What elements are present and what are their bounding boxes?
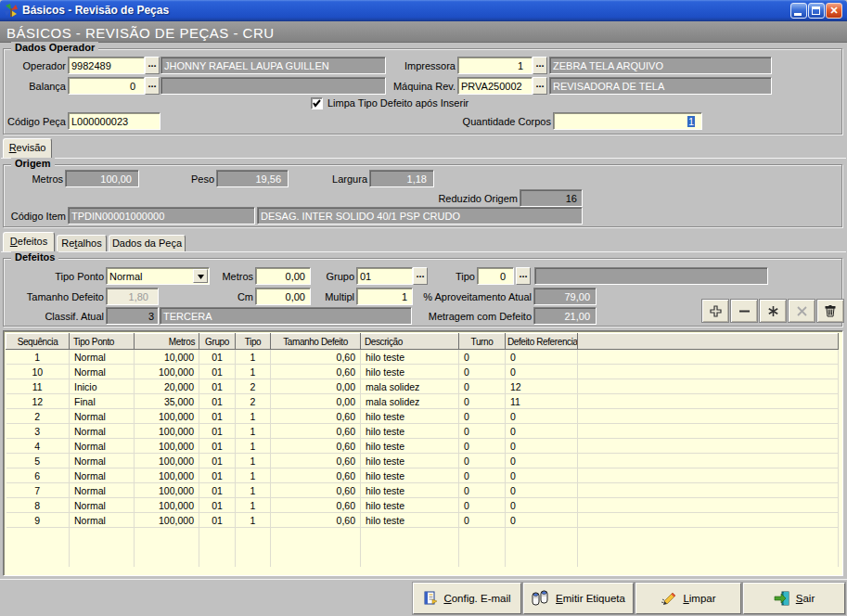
table-row[interactable]: 12Final35,0000120,00mala solidez011 xyxy=(6,394,839,409)
remove-button[interactable] xyxy=(730,299,758,323)
cell-filler xyxy=(578,483,839,498)
cell-empty xyxy=(6,528,70,567)
cell: 0 xyxy=(506,350,578,365)
operador-name-field: JHONNY RAFAEL LAUPA GUILLEN xyxy=(160,57,386,74)
balanca-field[interactable]: 0 xyxy=(68,77,145,95)
x-icon xyxy=(796,305,808,317)
maquina-browse-button[interactable]: ... xyxy=(533,77,547,95)
grupo-field[interactable]: 01 xyxy=(356,267,413,285)
table-row[interactable]: 11Inicio20,0000120,00mala solidez012 xyxy=(6,379,839,394)
cell: 0,60 xyxy=(271,365,361,379)
tab-revisao[interactable]: Revisão xyxy=(3,138,52,159)
edit-button[interactable] xyxy=(759,299,787,323)
cell: Normal xyxy=(70,454,135,468)
tab-retalhos[interactable]: Retalhos xyxy=(57,235,107,252)
table-row[interactable]: 2Normal100,0000110,60hilo teste00 xyxy=(6,409,839,424)
maquina-field[interactable]: PRVA250002 xyxy=(457,77,533,95)
defects-table-body: 1Normal10,0000110,60hilo teste0010Normal… xyxy=(6,350,839,567)
cell: 0 xyxy=(459,498,506,513)
cell: 0 xyxy=(459,439,506,454)
table-row[interactable]: 6Normal100,0000110,60hilo teste00 xyxy=(6,468,839,483)
limpa-tipo-defeito-label[interactable]: Limpa Tipo Defeito após Inserir xyxy=(327,95,468,112)
table-row[interactable]: 3Normal100,0000110,60hilo teste00 xyxy=(6,424,839,439)
col-header[interactable]: Sequência xyxy=(6,334,70,350)
balanca-label: Balança xyxy=(9,78,66,96)
tipo-browse-button[interactable]: ... xyxy=(516,267,531,285)
cm-field[interactable]: 0,00 xyxy=(255,288,311,305)
cell: 01 xyxy=(199,424,236,439)
cell-filler xyxy=(578,439,839,454)
cell: 9 xyxy=(6,513,70,528)
cell: 0,60 xyxy=(271,454,361,468)
table-row[interactable]: 5Normal100,0000110,60hilo teste00 xyxy=(6,454,839,468)
cell: 0,00 xyxy=(271,394,361,409)
operador-code-field[interactable]: 9982489 xyxy=(68,57,145,74)
codigo-item-desc-field: DESAG. INTER SOLIDO 40/1 PSP CRUDO xyxy=(257,207,583,225)
cell: 10,000 xyxy=(135,350,199,365)
combo-dropdown-button[interactable] xyxy=(193,269,208,283)
cell: 1 xyxy=(236,365,271,379)
defeitos-metros-field[interactable]: 0,00 xyxy=(255,267,311,285)
operador-browse-button[interactable]: ... xyxy=(145,57,160,74)
impressora-field[interactable]: 1 xyxy=(457,57,533,74)
table-row[interactable]: 10Normal100,0000110,60hilo teste00 xyxy=(6,365,839,379)
classif-atual-field: 3 xyxy=(106,307,159,325)
cell: 0,60 xyxy=(271,483,361,498)
col-header[interactable]: Tamanho Defeito xyxy=(271,334,361,350)
col-header[interactable]: Metros xyxy=(135,334,199,350)
cell: Final xyxy=(70,394,135,409)
sair-button[interactable]: Sair xyxy=(743,583,845,614)
cell: 01 xyxy=(199,483,236,498)
table-row[interactable]: 9Normal100,0000110,60hilo teste00 xyxy=(6,513,839,528)
close-button[interactable]: ✕ xyxy=(826,3,842,19)
tipo-field[interactable]: 0 xyxy=(477,267,514,285)
codigo-peca-label: Código Peça xyxy=(6,113,66,131)
table-row[interactable]: 4Normal100,0000110,60hilo teste00 xyxy=(6,439,839,454)
cell: 100,000 xyxy=(135,454,199,468)
origem-largura-label: Largura xyxy=(321,171,367,188)
table-row[interactable]: 8Normal100,0000110,60hilo teste00 xyxy=(6,498,839,513)
classif-atual-label: Classif. Atual xyxy=(39,308,104,326)
multipl-field[interactable]: 1 xyxy=(356,288,413,305)
asterisk-icon xyxy=(767,305,779,317)
grupo-browse-button[interactable]: ... xyxy=(413,267,428,285)
col-header[interactable]: Grupo xyxy=(199,334,236,350)
cell: 0 xyxy=(459,394,506,409)
cell: 1 xyxy=(236,424,271,439)
config-email-button[interactable]: Config. E-mail xyxy=(413,583,521,614)
col-header[interactable]: Tipo xyxy=(236,334,271,350)
cell: 1 xyxy=(6,350,70,365)
tab-dados-da-peca-label: Dados da Peça xyxy=(112,237,182,249)
add-button[interactable] xyxy=(701,299,729,323)
col-header[interactable]: Tipo Ponto xyxy=(70,334,135,350)
table-row[interactable]: 1Normal10,0000110,60hilo teste00 xyxy=(6,350,839,365)
limpar-button[interactable]: Limpar xyxy=(635,583,741,614)
tipo-ponto-combo[interactable]: Normal xyxy=(106,267,210,285)
quantidade-corpos-field[interactable]: 1 xyxy=(553,112,702,130)
minimize-button[interactable] xyxy=(790,3,807,19)
col-header[interactable]: Descrição xyxy=(361,334,459,350)
tab-defeitos[interactable]: Defeitos xyxy=(3,232,55,252)
col-header[interactable]: Defeito Referencia xyxy=(506,334,578,350)
metragem-defeito-field: 21,00 xyxy=(533,307,597,325)
balanca-browse-button[interactable]: ... xyxy=(145,77,160,95)
table-row[interactable]: 7Normal100,0000110,60hilo teste00 xyxy=(6,483,839,498)
cell-empty xyxy=(506,528,578,567)
tipo-ponto-label: Tipo Ponto xyxy=(39,268,104,286)
cell-filler xyxy=(578,498,839,513)
limpa-tipo-defeito-checkbox[interactable] xyxy=(311,97,323,109)
delete-button[interactable] xyxy=(816,299,844,323)
impressora-browse-button[interactable]: ... xyxy=(533,57,547,74)
tab-dados-da-peca[interactable]: Dados da Peça xyxy=(109,235,186,252)
col-header[interactable]: Turno xyxy=(459,334,506,350)
origem-legend: Origem xyxy=(11,158,55,169)
defects-table: Sequência Tipo Ponto Metros Grupo Tipo T… xyxy=(6,333,839,567)
cell-filler xyxy=(578,424,839,439)
codigo-peca-field[interactable]: L000000023 xyxy=(68,112,160,130)
cell: Normal xyxy=(70,498,135,513)
title-bar: Básicos - Revisão de Peças ✕ xyxy=(0,0,847,21)
cell: 8 xyxy=(6,498,70,513)
emitir-etiqueta-button[interactable]: Emitir Etiqueta xyxy=(523,583,634,614)
cancel-button[interactable] xyxy=(788,299,815,323)
maximize-button[interactable] xyxy=(808,3,825,19)
